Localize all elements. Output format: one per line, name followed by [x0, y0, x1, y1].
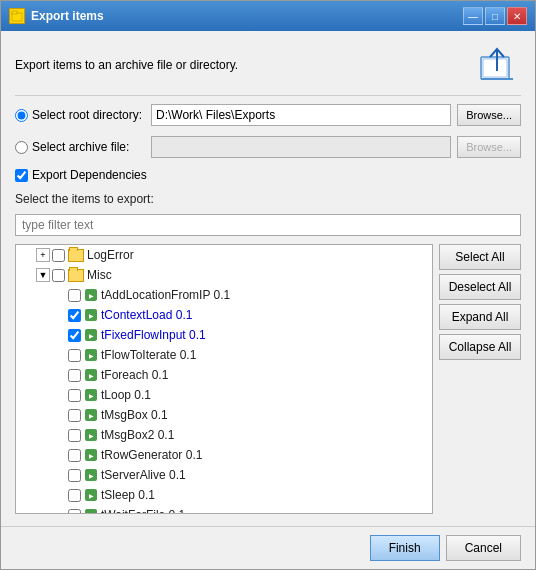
- component-icon: [84, 408, 98, 422]
- title-bar: Export items — □ ✕: [1, 1, 535, 31]
- item-label-logError: LogError: [87, 248, 134, 262]
- tree-item: tLoop 0.1: [16, 385, 432, 405]
- item-label-tForeach: tForeach 0.1: [101, 368, 168, 382]
- tree-item: tWaitForFile 0.1: [16, 505, 432, 514]
- tree-check-tRowGen[interactable]: [68, 449, 81, 462]
- root-directory-label[interactable]: Select root directory:: [15, 108, 145, 122]
- tree-check-tAdd[interactable]: [68, 289, 81, 302]
- svg-rect-3: [483, 59, 507, 77]
- tree-area: + LogError ▼ Misc: [15, 244, 521, 514]
- component-icon: [84, 328, 98, 342]
- dialog-title: Export items: [31, 9, 104, 23]
- tree-check-tSleep[interactable]: [68, 489, 81, 502]
- dialog-footer: Finish Cancel: [1, 526, 535, 569]
- item-label-tFlow: tFlowToIterate 0.1: [101, 348, 196, 362]
- side-buttons: Select All Deselect All Expand All Colla…: [439, 244, 521, 514]
- item-label-tServer: tServerAlive 0.1: [101, 468, 186, 482]
- tree-check-tFlow[interactable]: [68, 349, 81, 362]
- archive-file-row: Select archive file: Browse...: [15, 136, 521, 158]
- item-label-tSleep: tSleep 0.1: [101, 488, 155, 502]
- tree-check-tLoop[interactable]: [68, 389, 81, 402]
- tree-item: tForeach 0.1: [16, 365, 432, 385]
- tree-toggle-misc[interactable]: ▼: [36, 268, 50, 282]
- item-label-tMsgBox: tMsgBox 0.1: [101, 408, 168, 422]
- tree-item: tFixedFlowInput 0.1: [16, 325, 432, 345]
- dialog-icon: [9, 8, 25, 24]
- component-icon: [84, 488, 98, 502]
- title-bar-left: Export items: [9, 8, 104, 24]
- root-browse-button[interactable]: Browse...: [457, 104, 521, 126]
- folder-icon: [68, 269, 84, 282]
- deselect-all-button[interactable]: Deselect All: [439, 274, 521, 300]
- component-icon: [84, 368, 98, 382]
- item-label-tRowGen: tRowGenerator 0.1: [101, 448, 202, 462]
- tree-item: tContextLoad 0.1: [16, 305, 432, 325]
- title-buttons: — □ ✕: [463, 7, 527, 25]
- tree-check-tWait[interactable]: [68, 509, 81, 515]
- component-icon: [84, 428, 98, 442]
- tree-scrollable: + LogError ▼ Misc: [16, 245, 432, 514]
- tree-item: tServerAlive 0.1: [16, 465, 432, 485]
- tree-item: tAddLocationFromIP 0.1: [16, 285, 432, 305]
- close-button[interactable]: ✕: [507, 7, 527, 25]
- item-label-tAdd: tAddLocationFromIP 0.1: [101, 288, 230, 302]
- component-icon: [84, 448, 98, 462]
- tree-item: ▼ Misc: [16, 265, 432, 285]
- tree-check-tServer[interactable]: [68, 469, 81, 482]
- tree-toggle-logError[interactable]: +: [36, 248, 50, 262]
- tree-check-tForeach[interactable]: [68, 369, 81, 382]
- component-icon: [84, 388, 98, 402]
- dialog-body: Export items to an archive file or direc…: [1, 31, 535, 526]
- header-section: Export items to an archive file or direc…: [15, 43, 521, 96]
- item-label-tWait: tWaitForFile 0.1: [101, 508, 185, 514]
- tree-item: tFlowToIterate 0.1: [16, 345, 432, 365]
- root-directory-row: Select root directory: Browse...: [15, 104, 521, 126]
- tree-container[interactable]: + LogError ▼ Misc: [15, 244, 433, 514]
- tree-check-tMsgBox[interactable]: [68, 409, 81, 422]
- root-directory-radio[interactable]: [15, 109, 28, 122]
- item-label-misc: Misc: [87, 268, 112, 282]
- tree-check-tMsgBox2[interactable]: [68, 429, 81, 442]
- component-icon: [84, 468, 98, 482]
- component-icon: [84, 288, 98, 302]
- tree-item: tMsgBox2 0.1: [16, 425, 432, 445]
- folder-icon: [68, 249, 84, 262]
- item-label-tMsgBox2: tMsgBox2 0.1: [101, 428, 174, 442]
- tree-check-tFixed[interactable]: [68, 329, 81, 342]
- tree-item: + LogError: [16, 245, 432, 265]
- tree-item: tRowGenerator 0.1: [16, 445, 432, 465]
- dependencies-row: Export Dependencies: [15, 168, 521, 182]
- finish-button[interactable]: Finish: [370, 535, 440, 561]
- dependencies-checkbox[interactable]: [15, 169, 28, 182]
- item-label-tContextLoad: tContextLoad 0.1: [101, 308, 192, 322]
- archive-file-input[interactable]: [151, 136, 451, 158]
- dependencies-label: Export Dependencies: [32, 168, 147, 182]
- tree-check-tContextLoad[interactable]: [68, 309, 81, 322]
- export-icon: [473, 43, 521, 87]
- tree-item: tSleep 0.1: [16, 485, 432, 505]
- items-label: Select the items to export:: [15, 192, 521, 206]
- tree-item: tMsgBox 0.1: [16, 405, 432, 425]
- archive-browse-button[interactable]: Browse...: [457, 136, 521, 158]
- maximize-button[interactable]: □: [485, 7, 505, 25]
- tree-check-misc[interactable]: [52, 269, 65, 282]
- item-label-tLoop: tLoop 0.1: [101, 388, 151, 402]
- component-icon: [84, 508, 98, 514]
- root-directory-input[interactable]: [151, 104, 451, 126]
- header-description: Export items to an archive file or direc…: [15, 58, 238, 72]
- select-all-button[interactable]: Select All: [439, 244, 521, 270]
- expand-all-button[interactable]: Expand All: [439, 304, 521, 330]
- svg-rect-1: [12, 11, 17, 14]
- collapse-all-button[interactable]: Collapse All: [439, 334, 521, 360]
- cancel-button[interactable]: Cancel: [446, 535, 521, 561]
- archive-file-radio[interactable]: [15, 141, 28, 154]
- component-icon: [84, 308, 98, 322]
- tree-check-logError[interactable]: [52, 249, 65, 262]
- filter-input[interactable]: [15, 214, 521, 236]
- component-icon: [84, 348, 98, 362]
- item-label-tFixed: tFixedFlowInput 0.1: [101, 328, 206, 342]
- archive-file-label[interactable]: Select archive file:: [15, 140, 145, 154]
- export-dialog: Export items — □ ✕ Export items to an ar…: [0, 0, 536, 570]
- minimize-button[interactable]: —: [463, 7, 483, 25]
